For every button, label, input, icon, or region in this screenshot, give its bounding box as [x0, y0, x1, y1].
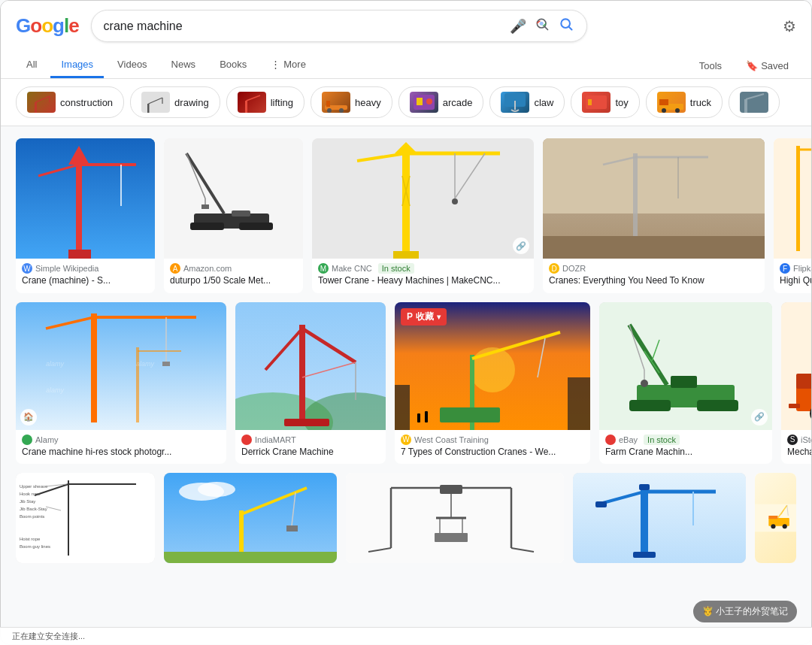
tab-news[interactable]: News	[161, 53, 207, 78]
tab-all[interactable]: All	[16, 53, 47, 78]
tab-images-label: Images	[61, 59, 93, 70]
results-row3: Upper sheave Hook rope Jib Stay Jib Back…	[16, 473, 796, 563]
svg-rect-155	[641, 488, 648, 556]
header: G o o g l e 🎤	[1, 1, 811, 79]
tab-all-label: All	[26, 59, 37, 70]
result-card-12[interactable]	[164, 473, 337, 563]
filter-chip-drawing[interactable]: drawing	[130, 86, 220, 118]
card1-title: Crane (machine) - S...	[22, 275, 149, 287]
result-card-2[interactable]: A Amazon.com duturpo 1/50 Scale Met...	[164, 138, 303, 293]
svg-text:Jib Stay: Jib Stay	[20, 499, 35, 504]
card8-info: W West Coast Training 7 Types of Constru…	[395, 430, 590, 465]
card3-title: Tower Crane - Heavy Machines | MakeCNC..…	[318, 275, 528, 287]
card7-info: IndiaMART Derrick Crane Machine	[235, 430, 386, 465]
svg-rect-148	[440, 485, 462, 494]
svg-rect-71	[162, 362, 170, 366]
card1-source-name: Simple Wikipedia	[35, 264, 98, 273]
result-card-13[interactable]	[346, 473, 564, 563]
card3-source-name: Make CNC	[332, 264, 372, 273]
filter-chip-toy[interactable]: toy	[571, 86, 639, 118]
microphone-icon[interactable]: 🎤	[510, 18, 526, 35]
card6-title: Crane machine hi-res stock photogr...	[22, 447, 220, 459]
result-card-14[interactable]	[573, 473, 746, 563]
card1-info: W Simple Wikipedia Crane (machine) - S..…	[16, 259, 155, 293]
card5-title: Highi Qua...	[780, 275, 812, 287]
result-card-6[interactable]: alamy alamy alamy 🏠 Alamy Crane machine …	[16, 302, 226, 465]
card9-source-icon	[605, 435, 616, 445]
logo-e: e	[68, 14, 78, 38]
logo-o2: o	[41, 14, 53, 38]
card3-overlay-icon: 🔗	[513, 238, 529, 254]
svg-rect-44	[312, 138, 534, 259]
svg-rect-96	[599, 302, 772, 430]
svg-point-136	[198, 482, 235, 497]
card8-save-badge[interactable]: P 收藏 ▾	[401, 308, 447, 326]
result-card-3[interactable]: 🔗 M Make CNC In stock Tower Crane - Heav…	[312, 138, 534, 293]
tab-more-label: More	[283, 59, 306, 70]
svg-rect-21	[588, 99, 592, 105]
svg-rect-61	[543, 236, 765, 259]
saved-button[interactable]: 🔖 Saved	[738, 56, 796, 76]
card10-source-name: iStock	[801, 435, 812, 444]
settings-icon[interactable]: ⚙	[783, 17, 796, 35]
svg-point-168	[783, 524, 787, 528]
chip-construction-label: construction	[60, 97, 113, 108]
tab-books[interactable]: Books	[209, 53, 257, 78]
filter-chip-arcade[interactable]: arcade	[398, 86, 484, 118]
tab-more[interactable]: ⋮ More	[260, 53, 317, 78]
svg-rect-153	[435, 533, 468, 542]
filter-chip-lifting[interactable]: lifting	[226, 86, 304, 118]
card5-source: F Flipkart	[780, 263, 812, 274]
card6-source: Alamy	[22, 435, 220, 445]
tab-news-label: News	[171, 59, 196, 70]
tab-images[interactable]: Images	[50, 53, 104, 78]
google-logo[interactable]: G o o g l e	[16, 14, 79, 38]
logo-g2: g	[53, 14, 64, 38]
chip-toy-label: toy	[615, 97, 628, 108]
card6-source-icon	[22, 435, 32, 445]
camera-icon[interactable]	[534, 17, 550, 35]
watermark-text: 小王子的外贸笔记	[716, 606, 788, 616]
tools-button[interactable]: Tools	[692, 56, 729, 76]
svg-point-2	[561, 19, 570, 28]
card6-info: Alamy Crane machine hi-res stock photogr…	[16, 430, 226, 465]
result-card-9[interactable]: 🔗 eBay In stock Farm Crane Machin...	[599, 302, 772, 465]
result-card-11[interactable]: Upper sheave Hook rope Jib Stay Jib Back…	[16, 473, 155, 563]
card8-source-icon: W	[401, 435, 411, 445]
filter-chip-claw[interactable]: claw	[489, 86, 565, 118]
card9-source: eBay In stock	[605, 435, 766, 445]
tab-videos[interactable]: Videos	[107, 53, 158, 78]
result-card-5[interactable]: F Flipkart Highi Qua...	[774, 138, 812, 293]
card9-source-name: eBay	[619, 435, 638, 444]
filter-chip-construction[interactable]: construction	[16, 86, 124, 118]
card9-badge: In stock	[644, 435, 680, 445]
search-input[interactable]	[104, 20, 502, 33]
card9-overlay-icon: 🔗	[751, 409, 768, 425]
svg-rect-98	[629, 400, 671, 411]
svg-text:Jib Back-Stay: Jib Back-Stay	[20, 507, 47, 511]
logo-o1: o	[30, 14, 41, 38]
card4-title: Cranes: Everything You Need To Know	[549, 275, 759, 287]
result-card-10[interactable]: S S iStock Mechanical Crane Liebl	[781, 302, 812, 465]
card10-info: S iStock Mechanical Crane Liebl	[781, 430, 812, 465]
card1-source-icon: W	[22, 263, 32, 274]
filter-chip-truck[interactable]: truck	[646, 86, 723, 118]
result-card-1[interactable]: W Simple Wikipedia Crane (machine) - S..…	[16, 138, 155, 293]
chip-arcade-label: arcade	[443, 97, 473, 108]
result-card-7[interactable]: IndiaMART Derrick Crane Machine	[235, 302, 386, 465]
save-label: 收藏	[416, 310, 434, 323]
card5-source-name: Flipkart	[793, 264, 812, 273]
filter-chip-last[interactable]	[729, 86, 780, 118]
svg-line-7	[149, 98, 163, 104]
tab-books-label: Books	[220, 59, 247, 70]
search-icon[interactable]	[558, 17, 574, 35]
card8-source-name: West Coast Training	[414, 435, 489, 444]
watermark: 🤴 小王子的外贸笔记	[693, 601, 797, 622]
result-card-15[interactable]	[755, 473, 796, 563]
result-card-4[interactable]: D DOZR Cranes: Everything You Need To Kn…	[543, 138, 765, 293]
card2-source-icon: A	[170, 263, 180, 274]
svg-rect-62	[774, 138, 812, 259]
svg-rect-99	[697, 400, 738, 411]
filter-chip-heavy[interactable]: heavy	[311, 86, 392, 118]
result-card-8[interactable]: P 收藏 ▾ W West Coast Training 7 Types of …	[395, 302, 590, 465]
